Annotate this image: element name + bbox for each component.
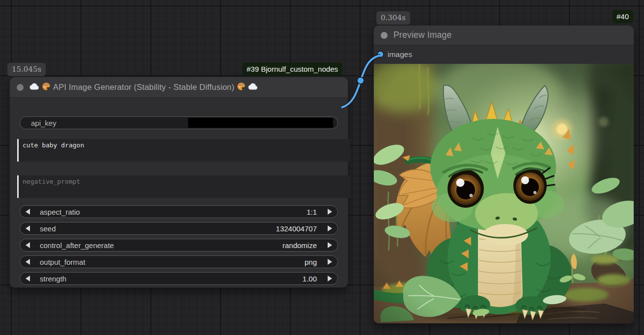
widget-row-output-format[interactable]: output_format png xyxy=(20,255,338,268)
widget-value: png xyxy=(305,258,317,266)
widget-label: seed xyxy=(40,224,56,233)
api-key-field[interactable]: api_key xyxy=(20,116,338,129)
api-key-redacted-value xyxy=(188,118,333,128)
increment-arrow-icon[interactable] xyxy=(328,276,332,281)
images-input-label: images xyxy=(388,50,412,59)
increment-arrow-icon[interactable] xyxy=(328,242,332,248)
widget-row-strength[interactable]: strength 1.00 xyxy=(20,272,338,285)
preview-image xyxy=(374,64,634,323)
negative-prompt-placeholder: negative_prompt xyxy=(23,178,80,185)
widget-row-aspect-ratio[interactable]: aspect_ratio 1:1 xyxy=(20,205,338,218)
preview-image-node[interactable]: Preview Image images xyxy=(374,26,634,323)
generator-id-badge: #39 Bjornulf_custom_nodes xyxy=(242,62,342,76)
widget-value: randomize xyxy=(282,241,317,250)
decrement-arrow-icon[interactable] xyxy=(26,259,30,265)
collapse-dot[interactable] xyxy=(17,84,24,91)
increment-arrow-icon[interactable] xyxy=(328,259,332,265)
prompt-text: cute baby dragon xyxy=(23,141,84,149)
widget-row-seed[interactable]: seed 1324004707 xyxy=(20,222,338,235)
preview-id-badge: #40 xyxy=(612,10,633,23)
decrement-arrow-icon[interactable] xyxy=(26,276,30,281)
node-title: API Image Generator (Stability - Stable … xyxy=(29,82,258,93)
images-input-dot[interactable] xyxy=(378,52,383,57)
palette-icon xyxy=(42,82,51,93)
collapse-dot[interactable] xyxy=(381,32,388,39)
preview-timer-badge: 0.304s xyxy=(376,11,410,25)
widget-row-control-after-generate[interactable]: control_after_generate randomize xyxy=(20,239,338,251)
generator-timer-badge: 15.045s xyxy=(7,63,46,76)
node-title-text: Preview Image xyxy=(393,30,451,40)
preview-image-node-header[interactable]: Preview Image xyxy=(374,26,634,45)
widget-label: control_after_generate xyxy=(40,241,114,250)
widget-label: aspect_ratio xyxy=(40,208,80,216)
node-title-text: API Image Generator (Stability - Stable … xyxy=(53,83,234,92)
api-key-label: api_key xyxy=(31,119,56,127)
widget-value: 1:1 xyxy=(307,208,317,216)
decrement-arrow-icon[interactable] xyxy=(26,242,30,248)
decrement-arrow-icon[interactable] xyxy=(26,225,30,231)
api-image-generator-node-header[interactable]: API Image Generator (Stability - Stable … xyxy=(10,77,348,98)
negative-prompt-textarea[interactable]: negative_prompt xyxy=(17,175,350,198)
increment-arrow-icon[interactable] xyxy=(328,209,332,215)
link-midpoint-dot xyxy=(357,77,364,84)
palette-icon xyxy=(237,82,246,93)
cloud-icon xyxy=(29,83,39,92)
widget-label: strength xyxy=(40,275,66,283)
comfyui-canvas[interactable]: { "canvas": { "background": "#242427", "… xyxy=(0,0,644,335)
increment-arrow-icon[interactable] xyxy=(328,225,332,231)
prompt-textarea[interactable]: cute baby dragon xyxy=(17,139,350,162)
api-image-generator-node[interactable]: API Image Generator (Stability - Stable … xyxy=(10,77,348,287)
decrement-arrow-icon[interactable] xyxy=(26,209,30,215)
cloud-icon xyxy=(248,83,258,92)
widget-value: 1324004707 xyxy=(276,224,317,233)
widget-label: output_format xyxy=(40,258,85,266)
images-input-slot[interactable]: images xyxy=(374,45,634,63)
widget-value: 1.00 xyxy=(303,275,317,283)
